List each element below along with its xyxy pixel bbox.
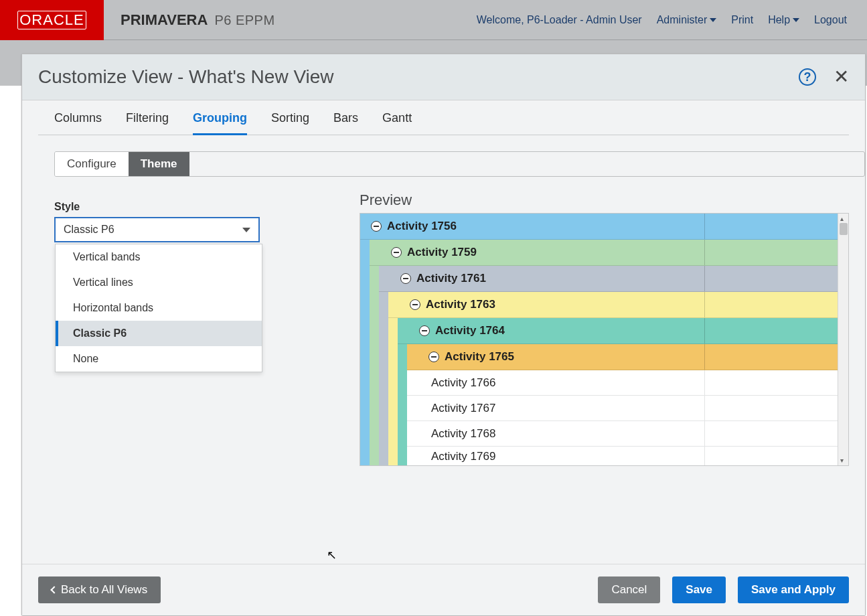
group-label: Activity 1765 bbox=[445, 350, 514, 364]
activity-row[interactable]: Activity 1767 bbox=[407, 396, 838, 421]
activity-label: Activity 1766 bbox=[431, 376, 495, 390]
group-label: Activity 1759 bbox=[407, 246, 477, 259]
group-label: Activity 1764 bbox=[435, 324, 505, 337]
group-band[interactable]: Activity 1763 bbox=[388, 292, 838, 318]
help-menu[interactable]: Help bbox=[768, 14, 799, 26]
group-label: Activity 1763 bbox=[426, 298, 495, 311]
preview-label: Preview bbox=[360, 191, 849, 209]
collapse-icon[interactable] bbox=[371, 221, 382, 232]
style-option-none[interactable]: None bbox=[56, 346, 262, 372]
activity-label: Activity 1769 bbox=[431, 450, 495, 463]
group-band[interactable]: Activity 1759 bbox=[370, 240, 838, 266]
group-band[interactable]: Activity 1764 bbox=[398, 318, 838, 344]
activity-row[interactable]: Activity 1768 bbox=[407, 421, 838, 447]
column-divider bbox=[704, 292, 705, 317]
segment-theme[interactable]: Theme bbox=[129, 152, 189, 176]
app-header: ORACLE PRIMAVERA P6 EPPM Welcome, P6-Loa… bbox=[0, 0, 867, 40]
preview-scrollbar[interactable]: ▴ ▾ bbox=[838, 214, 848, 465]
dialog-header: Customize View - What's New View ? ✕ bbox=[22, 54, 865, 100]
dialog-body: Style Classic P6 Vertical bands Vertical… bbox=[22, 177, 865, 564]
welcome-text: Welcome, P6-Loader - Admin User bbox=[477, 14, 642, 26]
tab-bars[interactable]: Bars bbox=[333, 111, 358, 135]
customize-view-dialog: Customize View - What's New View ? ✕ Col… bbox=[21, 54, 866, 616]
column-divider bbox=[704, 214, 705, 239]
caret-down-icon bbox=[710, 18, 716, 22]
group-band[interactable]: Activity 1761 bbox=[379, 266, 838, 292]
nesting-strip bbox=[370, 266, 379, 465]
column-divider bbox=[704, 421, 705, 446]
close-icon[interactable]: ✕ bbox=[834, 68, 849, 86]
group-band[interactable]: Activity 1756 bbox=[360, 214, 838, 240]
style-select-value: Classic P6 bbox=[64, 224, 114, 236]
column-divider bbox=[704, 344, 705, 370]
column-divider bbox=[704, 266, 705, 291]
dialog-tabs: Columns Filtering Grouping Sorting Bars … bbox=[38, 100, 849, 135]
group-label: Activity 1761 bbox=[416, 272, 486, 285]
print-link[interactable]: Print bbox=[731, 14, 753, 26]
collapse-icon[interactable] bbox=[391, 247, 402, 258]
style-option-vertical-bands[interactable]: Vertical bands bbox=[56, 244, 262, 270]
activity-label: Activity 1767 bbox=[431, 402, 495, 415]
collapse-icon[interactable] bbox=[410, 299, 420, 310]
subtab-segment: Configure Theme bbox=[54, 151, 865, 177]
nesting-strip bbox=[398, 344, 407, 465]
app-title-primary: PRIMAVERA bbox=[121, 11, 208, 29]
style-option-classic-p6[interactable]: Classic P6 bbox=[56, 321, 262, 346]
style-select[interactable]: Classic P6 Vertical bands Vertical lines… bbox=[54, 217, 260, 242]
app-title-secondary: P6 EPPM bbox=[214, 13, 274, 28]
tab-filtering[interactable]: Filtering bbox=[126, 111, 169, 135]
nesting-strip bbox=[379, 292, 388, 465]
save-button[interactable]: Save bbox=[672, 576, 726, 603]
collapse-icon[interactable] bbox=[400, 273, 411, 284]
help-icon[interactable]: ? bbox=[799, 68, 816, 86]
preview-grid-inner: Activity 1756 Activity 1759 Activity 176… bbox=[360, 214, 838, 465]
column-divider bbox=[704, 447, 705, 465]
collapse-icon[interactable] bbox=[428, 352, 439, 362]
preview-panel: Preview Activity 1756 Activity 1759 Acti… bbox=[360, 177, 849, 564]
style-label: Style bbox=[54, 201, 360, 213]
activity-row[interactable]: Activity 1769 bbox=[407, 447, 838, 465]
caret-down-icon bbox=[793, 18, 799, 22]
app-title: PRIMAVERA P6 EPPM bbox=[121, 11, 275, 29]
cancel-button[interactable]: Cancel bbox=[598, 576, 660, 603]
tab-gantt[interactable]: Gantt bbox=[382, 111, 412, 135]
scroll-down-icon[interactable]: ▾ bbox=[840, 457, 844, 464]
column-divider bbox=[704, 318, 705, 343]
preview-grid: Activity 1756 Activity 1759 Activity 176… bbox=[360, 214, 838, 465]
oracle-logo-text: ORACLE bbox=[17, 11, 86, 29]
segment-configure[interactable]: Configure bbox=[55, 152, 129, 176]
chevron-left-icon bbox=[50, 586, 58, 593]
oracle-logo: ORACLE bbox=[0, 0, 104, 40]
style-option-horizontal-bands[interactable]: Horizontal bands bbox=[56, 295, 262, 321]
tab-grouping[interactable]: Grouping bbox=[193, 111, 247, 135]
style-dropdown: Vertical bands Vertical lines Horizontal… bbox=[55, 244, 262, 372]
header-nav: Welcome, P6-Loader - Admin User Administ… bbox=[477, 14, 847, 26]
group-label: Activity 1756 bbox=[387, 220, 457, 233]
scroll-thumb[interactable] bbox=[840, 223, 848, 235]
save-and-apply-button[interactable]: Save and Apply bbox=[738, 576, 849, 603]
activity-row[interactable]: Activity 1766 bbox=[407, 370, 838, 396]
column-divider bbox=[704, 396, 705, 420]
nesting-strip bbox=[360, 240, 370, 465]
dialog-title: Customize View - What's New View bbox=[38, 66, 334, 88]
style-panel: Style Classic P6 Vertical bands Vertical… bbox=[38, 177, 360, 564]
tab-sorting[interactable]: Sorting bbox=[271, 111, 309, 135]
dialog-footer: Back to All Views Cancel Save Save and A… bbox=[22, 564, 865, 615]
group-band[interactable]: Activity 1765 bbox=[407, 344, 838, 370]
column-divider bbox=[704, 240, 705, 265]
column-divider bbox=[704, 370, 705, 395]
collapse-icon[interactable] bbox=[419, 325, 430, 336]
nesting-strip bbox=[388, 318, 398, 465]
preview-box: Activity 1756 Activity 1759 Activity 176… bbox=[360, 213, 849, 466]
style-option-vertical-lines[interactable]: Vertical lines bbox=[56, 270, 262, 295]
caret-down-icon bbox=[242, 228, 250, 232]
back-to-views-button[interactable]: Back to All Views bbox=[38, 576, 161, 603]
administer-menu[interactable]: Administer bbox=[657, 14, 717, 26]
logout-link[interactable]: Logout bbox=[814, 14, 847, 26]
scroll-up-icon[interactable]: ▴ bbox=[840, 215, 844, 222]
tab-columns[interactable]: Columns bbox=[54, 111, 102, 135]
activity-label: Activity 1768 bbox=[431, 427, 495, 441]
